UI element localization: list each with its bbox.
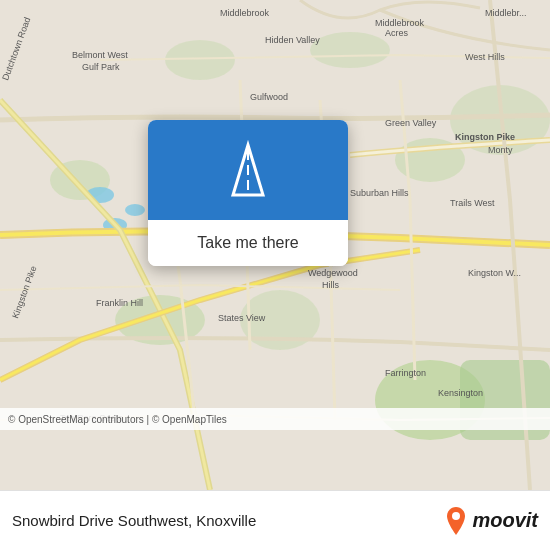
map-label: Middlebrook xyxy=(375,18,424,28)
road-icon xyxy=(213,135,283,205)
map-label: Kingston W... xyxy=(468,268,521,278)
map-label: Trails West xyxy=(450,198,495,208)
map-label: Green Valley xyxy=(385,118,436,128)
map-label: Gulf Park xyxy=(82,62,120,72)
map-label: Franklin Hill xyxy=(96,298,143,308)
map-label: Hills xyxy=(322,280,339,290)
map-label: Gulfwood xyxy=(250,92,288,102)
svg-point-11 xyxy=(125,204,145,216)
map-label: Acres xyxy=(385,28,408,38)
map-container: Middlebrook Middlebrook Acres Middlebr..… xyxy=(0,0,550,490)
svg-point-9 xyxy=(310,32,390,68)
svg-point-6 xyxy=(165,40,235,80)
map-label: Belmont West xyxy=(72,50,128,60)
moovit-brand-text: moovit xyxy=(472,509,538,532)
moovit-pin-icon xyxy=(444,507,468,535)
map-label: States View xyxy=(218,313,265,323)
map-label: Middlebr... xyxy=(485,8,527,18)
card-overlay: Take me there xyxy=(148,120,348,266)
map-label: Farrington xyxy=(385,368,426,378)
map-label: Kingston Pike xyxy=(455,132,515,142)
card-icon-area xyxy=(148,120,348,220)
map-label: West Hills xyxy=(465,52,505,62)
map-label: Monty xyxy=(488,145,513,155)
map-label: Hidden Valley xyxy=(265,35,320,45)
map-label: Suburban Hills xyxy=(350,188,409,198)
moovit-logo: moovit xyxy=(444,507,538,535)
map-label: Middlebrook xyxy=(220,8,269,18)
location-text: Snowbird Drive Southwest, Knoxville xyxy=(12,512,444,529)
attribution-text: © OpenStreetMap contributors | © OpenMap… xyxy=(8,414,227,425)
attribution-bar: © OpenStreetMap contributors | © OpenMap… xyxy=(0,408,550,430)
map-label: Kensington xyxy=(438,388,483,398)
take-me-there-button[interactable]: Take me there xyxy=(148,220,348,266)
svg-point-17 xyxy=(452,512,460,520)
map-label: Wedgewood xyxy=(308,268,358,278)
bottom-bar: Snowbird Drive Southwest, Knoxville moov… xyxy=(0,490,550,550)
